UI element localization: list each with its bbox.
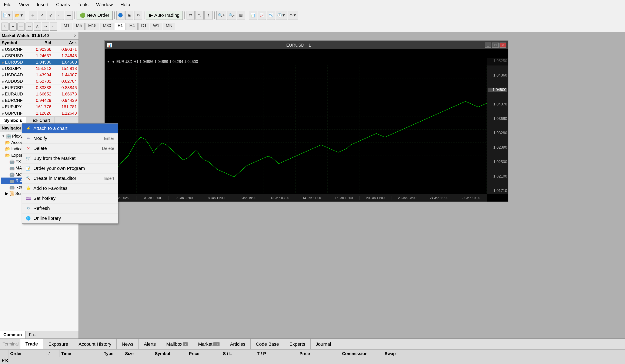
arrow2-btn[interactable]: ↙ bbox=[47, 11, 55, 20]
mw-tab-symbols[interactable]: Symbols bbox=[0, 117, 26, 124]
context-menu-item[interactable]: 🔨 Create in MetaEditor Insert bbox=[22, 174, 118, 183]
chart3-btn[interactable]: 📉 bbox=[267, 11, 275, 20]
new-file-btn[interactable]: 📄▼ bbox=[1, 11, 13, 20]
bottom-tab-badge: 7 bbox=[183, 342, 188, 346]
menu-window[interactable]: Window bbox=[94, 1, 114, 8]
market-watch-row[interactable]: ◆USDJPY 154.812 154.818 bbox=[0, 65, 79, 72]
bottom-tab-alerts[interactable]: Alerts bbox=[139, 339, 161, 349]
market-watch-row[interactable]: ◆AUDUSD 0.62701 0.62704 bbox=[0, 78, 79, 85]
open-btn[interactable]: 📂▼ bbox=[14, 11, 25, 20]
ctx-item-label: Attach to a chart bbox=[33, 126, 114, 131]
chart-close-btn[interactable]: ✕ bbox=[500, 42, 506, 48]
context-menu-item[interactable]: 🌐 Online library bbox=[22, 213, 118, 223]
tf-mn[interactable]: MN bbox=[163, 23, 175, 30]
mw-tab-tick[interactable]: Tick Chart bbox=[26, 117, 54, 124]
market-watch-row[interactable]: ◆USDCAD 1.43994 1.44007 bbox=[0, 72, 79, 78]
bottom-tab-market[interactable]: Market87 bbox=[193, 339, 225, 349]
context-menu-item[interactable]: ↺ Refresh bbox=[22, 204, 118, 213]
market-watch-row[interactable]: ◆EURAUD 1.66652 1.66673 bbox=[0, 91, 79, 97]
chart-maximize-btn[interactable]: □ bbox=[492, 42, 499, 48]
bottom-tab-trade[interactable]: Trade bbox=[20, 339, 43, 349]
tb-btn2[interactable]: ◉ bbox=[125, 11, 133, 20]
tf-m15[interactable]: M15 bbox=[86, 23, 99, 30]
tb-period3[interactable]: ↕ bbox=[204, 11, 213, 20]
tf-h1[interactable]: H1 bbox=[115, 23, 126, 30]
market-watch-row[interactable]: ◆EURUSD 1.04500 1.04500 bbox=[0, 59, 79, 65]
bottom-tab-exposure[interactable]: Exposure bbox=[43, 339, 73, 349]
col-bid: Bid bbox=[26, 40, 51, 45]
sep6 bbox=[214, 11, 215, 19]
context-menu-item[interactable]: 🛒 Buy from the Market bbox=[22, 153, 118, 163]
cross-btn[interactable]: ✛ bbox=[29, 11, 37, 20]
clock-btn[interactable]: 🕐▼ bbox=[276, 11, 287, 20]
nav-icon: 🤖 bbox=[9, 172, 15, 177]
zoom-out-btn[interactable]: 🔍- bbox=[227, 11, 236, 20]
chart-canvas[interactable]: ▼ ▼ EURUSD,H1 1.04886 1.04889 1.04284 1.… bbox=[105, 49, 508, 202]
market-watch-row[interactable]: ◆GBPUSD 1.24637 1.24645 bbox=[0, 53, 79, 59]
trade-table-header: Order/TimeTypeSizeSymbolPriceS / LT / PP… bbox=[0, 350, 625, 364]
context-menu-item[interactable]: 📝 Order your own Program bbox=[22, 163, 118, 174]
bottom-tabs: Terminal TradeExposureAccount HistoryNew… bbox=[0, 339, 625, 350]
menu-tools[interactable]: Tools bbox=[76, 1, 90, 8]
market-watch-row[interactable]: ◆EURJPY 161.776 161.781 bbox=[0, 104, 79, 110]
bottom-tab-mailbox[interactable]: Mailbox7 bbox=[161, 339, 193, 349]
market-watch-close-btn[interactable]: ✕ bbox=[74, 33, 77, 38]
tf-m5[interactable]: M5 bbox=[73, 23, 85, 30]
plus-btn[interactable]: + bbox=[9, 23, 17, 30]
bottom-tab-experts[interactable]: Experts bbox=[284, 339, 311, 349]
autotrading-button[interactable]: ▶ AutoTrading bbox=[146, 11, 183, 20]
context-menu-item[interactable]: ⚡ Attach to a chart bbox=[22, 123, 118, 133]
hline-btn[interactable]: — bbox=[17, 23, 25, 30]
bottom-tab-code-base[interactable]: Code Base bbox=[250, 339, 284, 349]
bottom-tab-news[interactable]: News bbox=[117, 339, 139, 349]
menu-file[interactable]: File bbox=[2, 1, 13, 8]
tb-period1[interactable]: ⇄ bbox=[187, 11, 195, 20]
bottom-tab-articles[interactable]: Articles bbox=[225, 339, 250, 349]
tf-m1[interactable]: M1 bbox=[61, 23, 72, 30]
time-label: 14 Jan 11:00 bbox=[296, 196, 328, 200]
ctx-item-shortcut: Insert bbox=[104, 176, 114, 181]
context-menu-item[interactable]: ✕ Delete Delete bbox=[22, 144, 118, 153]
nav-tab-fa[interactable]: Fa... bbox=[26, 331, 41, 338]
market-watch-row[interactable]: ◆GBPCHF 1.12626 1.12643 bbox=[0, 110, 79, 117]
draw-btn[interactable]: ✏ bbox=[26, 23, 33, 30]
menu-charts[interactable]: Charts bbox=[55, 1, 72, 8]
new-order-button[interactable]: 🟢 New Order bbox=[77, 11, 113, 20]
tb-btn3[interactable]: ↺ bbox=[134, 11, 142, 20]
context-menu-item[interactable]: ✏ Modify Enter bbox=[22, 133, 118, 144]
bottom-tab-journal[interactable]: Journal bbox=[311, 339, 336, 349]
chart2-btn[interactable]: 📈 bbox=[258, 11, 266, 20]
bottom-content: Order/TimeTypeSizeSymbolPriceS / LT / PP… bbox=[0, 350, 625, 364]
zoom-in-btn[interactable]: 🔍+ bbox=[216, 11, 226, 20]
tb-btn1[interactable]: 🔵 bbox=[116, 11, 125, 20]
tb-period2[interactable]: ⇅ bbox=[195, 11, 204, 20]
ctx-icon-delete: ✕ bbox=[26, 146, 31, 151]
market-watch-row[interactable]: ◆EURCHF 0.94429 0.94439 bbox=[0, 97, 79, 104]
menu-view[interactable]: View bbox=[17, 1, 31, 8]
cursor-btn[interactable]: ↖ bbox=[1, 23, 8, 30]
text-btn[interactable]: A bbox=[34, 23, 41, 30]
settings-btn[interactable]: ⚙▼ bbox=[288, 11, 298, 20]
rect2-btn[interactable]: ▬ bbox=[65, 11, 73, 20]
market-watch-row[interactable]: ◆USDCHF 0.90366 0.90371 bbox=[0, 46, 79, 53]
nav-tab-common[interactable]: Common bbox=[0, 331, 26, 338]
ctx-item-label: Buy from the Market bbox=[33, 156, 114, 161]
arrow-btn[interactable]: ↗ bbox=[38, 11, 46, 20]
arrow3-btn[interactable]: ⇒ bbox=[42, 23, 49, 30]
chart-minimize-btn[interactable]: _ bbox=[485, 42, 491, 48]
menu-help[interactable]: Help bbox=[119, 1, 132, 8]
context-menu-item[interactable]: ⭐ Add to Favorites bbox=[22, 183, 118, 193]
tf-m30[interactable]: M30 bbox=[100, 23, 114, 30]
context-menu-item[interactable]: ⌨ Set hotkey bbox=[22, 193, 118, 204]
fib-btn[interactable]: 〰 bbox=[50, 23, 57, 30]
tf-w1[interactable]: W1 bbox=[150, 23, 162, 30]
menu-insert[interactable]: Insert bbox=[35, 1, 50, 8]
tf-d1[interactable]: D1 bbox=[138, 23, 150, 30]
tf-h4[interactable]: H4 bbox=[126, 23, 138, 30]
rect-btn[interactable]: ▭ bbox=[56, 11, 64, 20]
mw-bid: 0.90366 bbox=[26, 47, 51, 52]
market-watch-row[interactable]: ◆EURGBP 0.83838 0.83846 bbox=[0, 85, 79, 91]
bottom-tab-account-history[interactable]: Account History bbox=[73, 339, 117, 349]
grid-btn[interactable]: ▦ bbox=[237, 11, 245, 20]
chart1-btn[interactable]: 📊 bbox=[249, 11, 257, 20]
